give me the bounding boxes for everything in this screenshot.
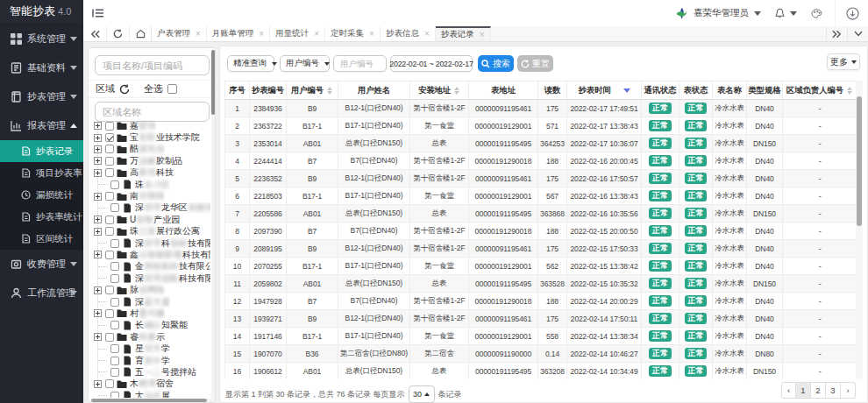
- table-row[interactable]: 161906612AB01总表(口径DN150)总表00000191195495…: [225, 363, 857, 380]
- tree-expander-icon[interactable]: [94, 134, 102, 142]
- tab-home-button[interactable]: [130, 26, 152, 41]
- pager-prev-button[interactable]: ‹: [781, 382, 796, 399]
- sort-icon[interactable]: [327, 87, 333, 95]
- tree-checkbox[interactable]: [110, 180, 119, 189]
- tree-node[interactable]: 万达橡胶制品: [89, 155, 210, 166]
- tree-hscroll-thumb[interactable]: [91, 399, 207, 402]
- table-row[interactable]: 151907070B36第二宿舍(口径DN80)第二宿舍000000911900…: [225, 345, 857, 363]
- tree-node[interactable]: 深蓝大厦: [89, 296, 210, 308]
- tree-checkbox[interactable]: [110, 262, 119, 271]
- tree-checkbox[interactable]: [110, 321, 119, 329]
- table-row[interactable]: 112059802AB01总表(口径DN150)总表00000191195495…: [225, 275, 857, 293]
- tree-checkbox[interactable]: [105, 286, 114, 294]
- tree-expander-icon[interactable]: [94, 251, 102, 258]
- sidebar-item-抄表管理[interactable]: 抄表管理: [0, 82, 83, 111]
- tree-checkbox[interactable]: [105, 145, 114, 153]
- user-menu[interactable]: 嘉荣华管理员: [675, 7, 761, 20]
- tree-checkbox[interactable]: [105, 168, 114, 177]
- tree-node[interactable]: U创智产业园: [89, 214, 210, 225]
- tree-checkbox[interactable]: [105, 251, 114, 259]
- table-row[interactable]: 52236352B9B12-1(口径DN40)第十宿舍楼1-2F00000091…: [225, 170, 857, 187]
- tree-expander-icon[interactable]: [94, 380, 102, 388]
- tree-checkbox[interactable]: [110, 344, 119, 353]
- download-button[interactable]: [846, 7, 859, 20]
- table-row[interactable]: 12384936B9B12-1(口径DN40)第十宿舍楼1-2F00000091…: [225, 100, 857, 117]
- keyword-input[interactable]: [334, 59, 386, 68]
- tree-expander-icon[interactable]: [94, 286, 102, 294]
- tree-node[interactable]: 睿特展示: [89, 331, 210, 343]
- sidebar-item-系统管理[interactable]: 系统管理: [0, 25, 83, 53]
- precision-query-select[interactable]: 精准查询: [227, 55, 274, 72]
- tree-horizontal-scrollbar[interactable]: [89, 399, 212, 402]
- sidebar-subitem-漏损统计[interactable]: 漏损统计: [0, 184, 83, 206]
- page-size-select[interactable]: 30: [409, 385, 435, 403]
- sidebar-subitem-项目抄表率[interactable]: 项目抄表率: [0, 162, 83, 184]
- tree-vscroll-thumb[interactable]: [211, 50, 215, 115]
- pager-page-3[interactable]: 3: [826, 382, 841, 399]
- tree-checkbox[interactable]: [105, 157, 114, 166]
- project-search-input[interactable]: [95, 55, 210, 75]
- tree-checkbox[interactable]: [105, 216, 114, 224]
- tab-refresh-button[interactable]: [107, 26, 130, 41]
- tab-抄表记录[interactable]: 抄表记录×: [436, 26, 491, 41]
- tab-户表管理[interactable]: 户表管理×: [152, 26, 207, 41]
- tab-close-icon[interactable]: ×: [369, 30, 374, 39]
- table-row[interactable]: 62218503B17-1B17-1(口径DN40)第一食堂0000001912…: [225, 187, 857, 205]
- tree-node[interactable]: 酷派实业: [89, 144, 210, 155]
- column-header-用户编号[interactable]: 用户编号: [287, 81, 338, 100]
- column-header-安装地址[interactable]: 安装地址: [410, 81, 469, 100]
- tree-expander-icon[interactable]: [94, 169, 102, 177]
- tree-expander-icon[interactable]: [94, 122, 102, 130]
- column-header-区域负责人编号[interactable]: 区域负责人编号: [783, 81, 857, 100]
- sidebar-subitem-区间统计[interactable]: 区间统计: [0, 228, 83, 250]
- tree-node[interactable]: 鑫云智能影视科技有限公司: [89, 249, 210, 260]
- tree-expander-icon[interactable]: [94, 309, 102, 317]
- table-row[interactable]: 102070255B17-1B17-1(口径DN40)第一食堂000000191…: [225, 258, 857, 275]
- more-button[interactable]: 更多: [827, 53, 860, 70]
- tree-checkbox[interactable]: [110, 392, 119, 398]
- tree-expander-icon[interactable]: [94, 193, 102, 201]
- tree-checkbox[interactable]: [110, 274, 119, 283]
- tree-expander-icon[interactable]: [94, 228, 102, 236]
- theme-button[interactable]: [811, 9, 822, 18]
- area-refresh-icon[interactable]: [119, 84, 130, 95]
- tree-node[interactable]: 珠光小区: [89, 179, 210, 190]
- tab-close-icon[interactable]: ×: [259, 30, 264, 39]
- tree-checkbox[interactable]: [110, 368, 119, 377]
- tabs-menu-button[interactable]: [847, 26, 868, 41]
- tab-close-icon[interactable]: ×: [196, 30, 201, 39]
- tree-node[interactable]: 深圳市科创科技有限公司: [89, 237, 210, 249]
- sidebar-subitem-抄表率统计[interactable]: 抄表率统计: [0, 206, 83, 228]
- tab-close-icon[interactable]: ×: [314, 30, 319, 39]
- sort-desc-icon[interactable]: [623, 88, 630, 93]
- table-row[interactable]: 131939271B9B12-1(口径DN40)第十宿舍楼1-2F0000009…: [225, 310, 857, 328]
- reset-button[interactable]: 重置: [517, 55, 553, 72]
- sort-icon[interactable]: [847, 87, 853, 95]
- tree-expander-icon[interactable]: [94, 145, 102, 153]
- tree-checkbox[interactable]: [105, 192, 114, 201]
- tab-抄表信息[interactable]: 抄表信息×: [381, 26, 436, 41]
- column-header-抄表时间[interactable]: 抄表时间: [567, 81, 642, 100]
- tree-node[interactable]: 深圳市龙华区实验学校: [89, 202, 210, 214]
- tab-月账单管理[interactable]: 月账单管理×: [207, 26, 270, 41]
- tree-node[interactable]: 嘉荣华: [89, 120, 210, 131]
- tree-node[interactable]: 珠江发展行政公寓: [89, 226, 210, 237]
- tree-node[interactable]: 南方明珠: [89, 190, 210, 202]
- table-row[interactable]: 121947928B7B7(口径DN40)第十宿舍楼1-2F0000019129…: [225, 293, 857, 310]
- sidebar-item-工作流管理[interactable]: 工作流管理: [0, 279, 83, 308]
- tree-checkbox[interactable]: [105, 309, 114, 318]
- table-vscroll-thumb[interactable]: [857, 96, 862, 226]
- table-row[interactable]: 72205586AB01总表(口径DN150)总表000001911954953…: [225, 205, 857, 223]
- tree-node[interactable]: 木棉湾宿舍: [89, 378, 210, 390]
- tree-node[interactable]: 脉动网络: [89, 284, 210, 295]
- search-field-select[interactable]: 用户编号: [280, 55, 330, 72]
- date-range-picker[interactable]: 2022-02-01 ~ 2022-02-17: [390, 55, 473, 72]
- tree-checkbox[interactable]: [105, 133, 114, 142]
- sidebar-item-收费管理[interactable]: 收费管理: [0, 250, 83, 279]
- tree-checkbox[interactable]: [105, 333, 114, 342]
- sort-icon[interactable]: [454, 87, 460, 95]
- tree-node[interactable]: 大运会展: [89, 390, 210, 398]
- tree-checkbox[interactable]: [105, 379, 114, 388]
- area-search-input[interactable]: [95, 102, 210, 122]
- table-vertical-scrollbar[interactable]: [856, 81, 863, 379]
